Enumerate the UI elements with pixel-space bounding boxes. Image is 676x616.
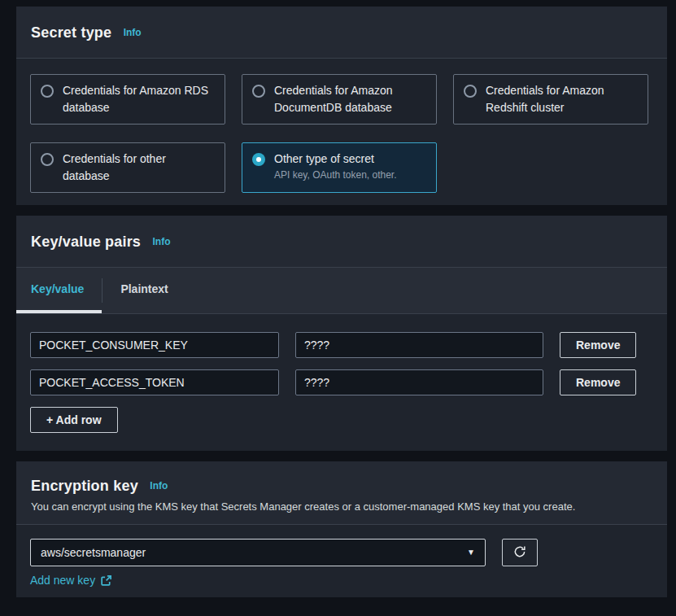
kms-key-select[interactable]: aws/secretsmanager ▼	[30, 539, 486, 566]
secret-key-input[interactable]	[30, 369, 279, 395]
secret-type-info-link[interactable]: Info	[124, 27, 142, 38]
option-card-documentdb[interactable]: Credentials for Amazon DocumentDB databa…	[242, 74, 437, 125]
secret-key-input[interactable]	[30, 332, 279, 358]
option-label: Other type of secret	[274, 152, 374, 165]
add-new-key-link[interactable]: Add new key	[30, 574, 112, 587]
secret-format-tabs: Key/value Plaintext	[16, 268, 667, 314]
encryption-key-panel: Encryption key Info You can encrypt usin…	[16, 461, 667, 597]
secret-value-input[interactable]	[295, 369, 543, 395]
encryption-key-info-link[interactable]: Info	[150, 480, 168, 491]
key-value-pairs-title: Key/value pairs	[31, 234, 141, 250]
secret-type-panel: Secret type Info Credentials for Amazon …	[16, 7, 667, 205]
option-description: API key, OAuth token, other.	[274, 168, 397, 182]
secret-type-card-grid: Credentials for Amazon RDS database Cred…	[30, 74, 653, 193]
add-row-button[interactable]: + Add row	[30, 407, 118, 433]
secret-value-input[interactable]	[295, 332, 543, 358]
key-value-row: Remove	[30, 369, 653, 395]
key-value-editor: Remove Remove + Add row	[16, 314, 667, 451]
encryption-key-header: Encryption key Info You can encrypt usin…	[16, 461, 667, 525]
encryption-key-description: You can encrypt using the KMS key that S…	[31, 500, 651, 513]
secret-type-header: Secret type Info	[16, 7, 667, 59]
option-card-rds[interactable]: Credentials for Amazon RDS database	[30, 74, 225, 125]
encryption-key-title: Encryption key	[31, 478, 138, 494]
option-card-other-secret[interactable]: Other type of secret API key, OAuth toke…	[242, 142, 437, 193]
option-label: Credentials for Amazon DocumentDB databa…	[274, 82, 426, 116]
refresh-icon	[512, 544, 527, 561]
secret-type-title: Secret type	[31, 24, 111, 41]
option-label: Credentials for Amazon RDS database	[63, 82, 215, 116]
kms-key-select-row: aws/secretsmanager ▼	[30, 539, 653, 566]
option-card-redshift[interactable]: Credentials for Amazon Redshift cluster	[453, 74, 648, 125]
external-link-icon	[100, 574, 112, 587]
remove-row-button[interactable]: Remove	[560, 332, 636, 358]
option-label: Credentials for other database	[63, 151, 215, 185]
kms-key-selected-value: aws/secretsmanager	[41, 546, 146, 559]
key-value-pairs-header: Key/value pairs Info	[16, 216, 667, 268]
refresh-keys-button[interactable]	[502, 539, 538, 566]
tab-key-value[interactable]: Key/value	[16, 268, 102, 313]
create-secret-form: Secret type Info Credentials for Amazon …	[0, 0, 676, 597]
tab-plaintext[interactable]: Plaintext	[102, 268, 185, 313]
add-new-key-label: Add new key	[30, 574, 95, 587]
option-card-other-database[interactable]: Credentials for other database	[30, 142, 225, 193]
encryption-key-body: aws/secretsmanager ▼ Add new key	[16, 525, 667, 597]
radio-unselected-icon[interactable]	[464, 85, 477, 98]
radio-selected-icon[interactable]	[252, 153, 265, 166]
chevron-down-icon: ▼	[467, 548, 475, 557]
radio-unselected-icon[interactable]	[41, 85, 54, 98]
option-label: Credentials for Amazon Redshift cluster	[486, 82, 638, 116]
key-value-pairs-panel: Key/value pairs Info Key/value Plaintext…	[16, 216, 667, 451]
remove-row-button[interactable]: Remove	[560, 369, 636, 395]
radio-unselected-icon[interactable]	[41, 153, 54, 166]
secret-type-options: Credentials for Amazon RDS database Cred…	[16, 59, 667, 205]
radio-unselected-icon[interactable]	[252, 85, 265, 98]
key-value-pairs-info-link[interactable]: Info	[153, 236, 171, 247]
key-value-row: Remove	[30, 332, 653, 358]
